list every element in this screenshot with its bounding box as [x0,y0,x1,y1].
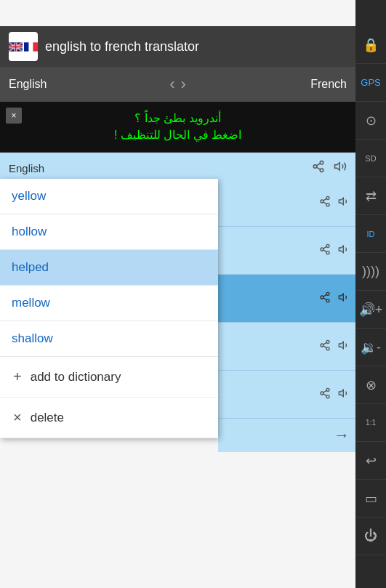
delete-icon: × [13,409,22,426]
translation-lang-label: English [9,162,44,174]
share-icon-5[interactable] [319,387,331,402]
vol-up-icon[interactable]: 🔊+ [355,291,386,329]
share-icon[interactable] [312,160,325,177]
right-sidebar: 🔒 GPS ⊙ SD ⇄ ID )))) 🔊+ 🔉- ⊗ 1:1 ↩ ▭ ⏻ [355,0,386,588]
svg-line-28 [323,246,327,249]
svg-point-31 [321,296,323,299]
back-icon[interactable]: ↩ [355,442,386,480]
lock-icon[interactable]: 🔒 [355,26,386,64]
svg-rect-8 [9,46,23,47]
svg-point-13 [313,165,317,169]
suggestion-shallow[interactable]: shallow [0,321,218,357]
svg-marker-41 [339,342,343,348]
result-row-4 [218,323,355,371]
result-row-1 [218,179,355,227]
ad-text: أندرويد بطئ جداً ؟ اضغط في الحال للتنظيف… [114,110,241,143]
rss-icon[interactable]: )))) [355,253,386,291]
target-lang-label: French [192,78,347,91]
ad-close-button[interactable]: × [6,108,22,124]
id-icon[interactable]: ID [355,215,386,253]
ad-banner: × أندرويد بطئ جداً ؟ اضغط في الحال للتنظ… [0,102,355,153]
source-lang-label: English [9,78,164,91]
svg-line-34 [323,294,327,297]
svg-line-22 [323,198,327,201]
svg-line-21 [323,202,327,204]
svg-point-20 [326,203,329,206]
share-icon-1[interactable] [319,196,331,210]
sd-icon[interactable]: SD [355,140,386,177]
svg-point-26 [326,251,329,254]
svg-line-45 [323,394,327,396]
app-header: english to french translator [0,26,355,67]
speaker-icon-2[interactable] [338,243,350,258]
result-row-3 [218,275,355,323]
translation-header: English [9,160,347,177]
ratio-icon[interactable]: 1:1 [355,404,386,442]
suggestion-mellow[interactable]: mellow [0,286,218,321]
speaker-icon-1[interactable] [338,196,350,210]
share-icon-4[interactable] [319,339,331,354]
svg-marker-47 [339,390,343,396]
share-icon-3[interactable] [319,291,331,306]
svg-line-33 [323,298,327,300]
svg-point-24 [326,244,329,247]
gps-icon[interactable]: GPS [355,64,386,102]
block-icon[interactable]: ⊗ [355,366,386,404]
svg-point-37 [321,344,323,347]
uk-flag-icon [9,42,23,52]
ad-line2: اضغط في الحال للتنظيف ! [114,127,241,143]
share-icon-2[interactable] [319,243,331,258]
svg-line-15 [316,167,320,169]
right-results-panel: → [218,179,355,452]
svg-point-42 [326,388,329,391]
lang-selector: English ‹ › French [0,67,355,102]
svg-line-40 [323,342,327,345]
suggestions-dropdown: yellow hollow helped mellow shallow + ad… [0,179,218,438]
translation-actions [312,160,347,177]
svg-point-38 [326,347,329,350]
scroll-next-button[interactable]: → [218,419,355,452]
result-row-2 [218,227,355,275]
speaker-icon-5[interactable] [338,387,350,402]
square-icon[interactable]: ▭ [355,480,386,517]
ad-line1: أندرويد بطئ جداً ؟ [114,110,241,126]
svg-point-18 [326,196,329,199]
right-arrow-icon[interactable]: › [181,75,186,94]
svg-point-19 [321,200,323,203]
speaker-icon-4[interactable] [338,339,350,354]
fr-flag-icon [24,42,38,52]
svg-point-25 [321,248,323,251]
svg-marker-17 [335,163,340,171]
svg-rect-9 [24,42,29,51]
left-arrow-icon[interactable]: ‹ [169,75,174,94]
power-icon[interactable]: ⏻ [355,517,386,555]
svg-marker-35 [339,294,343,300]
svg-point-36 [326,340,329,343]
vol-down-icon[interactable]: 🔉- [355,329,386,366]
svg-rect-11 [33,42,38,51]
svg-line-27 [323,250,327,252]
arrows-icon[interactable]: ⇄ [355,177,386,215]
camera-icon[interactable]: ⊙ [355,102,386,140]
speaker-icon[interactable] [334,160,347,177]
suggestion-helped[interactable]: helped [0,250,218,286]
app-title: english to french translator [45,39,199,55]
suggestion-yellow[interactable]: yellow [0,179,218,214]
svg-line-39 [323,346,327,348]
delete-label: delete [31,411,64,425]
svg-point-44 [326,395,329,398]
add-to-dictionary-label: add to dictionary [31,370,121,384]
app-logo [9,32,38,61]
svg-point-14 [320,169,323,172]
svg-marker-23 [339,198,343,204]
svg-rect-10 [29,42,33,51]
svg-point-30 [326,292,329,295]
plus-icon: + [13,368,22,385]
main-content: english to french translator English ‹ ›… [0,0,355,588]
svg-point-32 [326,299,329,302]
add-to-dictionary-button[interactable]: + add to dictionary [0,357,218,398]
suggestion-hollow[interactable]: hollow [0,214,218,250]
delete-button[interactable]: × delete [0,398,218,438]
speaker-icon-3[interactable] [338,291,350,306]
svg-marker-29 [339,246,343,252]
